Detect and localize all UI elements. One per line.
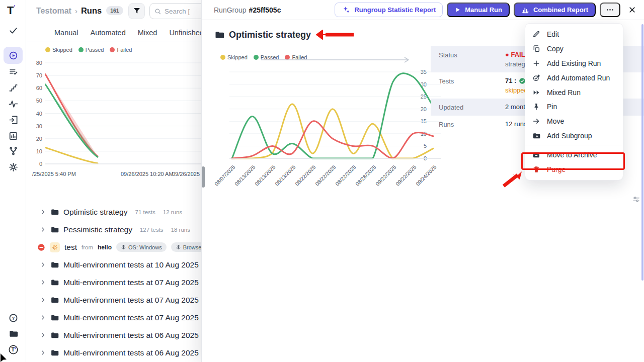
y-tick: 80 [29,60,42,66]
menu-item-copy[interactable]: Copy [525,42,623,56]
left-chart-legend: SkippedPassedFailed [45,47,132,53]
svg-text:T: T [11,346,15,352]
sidebar-help-icon[interactable]: ? [4,310,23,325]
chevron-right-icon[interactable] [40,209,46,215]
app-root: T' ?T Testomat›Runs161 Search [ ✕ Manual… [0,0,644,362]
runs-count-badge: 161 [106,6,123,15]
legend-skipped: Skipped [45,47,72,53]
folder-icon [50,348,59,357]
x-tick-label: 08/13/2025 [254,164,277,187]
legend-dot [45,47,50,52]
x-tick-label: 08/13/2025 [233,164,257,187]
menu-item-edit[interactable]: Edit [525,27,623,42]
chevron-right-icon[interactable] [40,315,46,320]
group-heading: Optimistic strategy [214,29,355,40]
x-tick-label: 08/22/2025 [314,164,337,187]
folder-icon [214,30,224,40]
env-badge: OS: Windows [116,242,167,252]
failed-status-icon [37,243,45,251]
y-tick: 50 [29,98,42,104]
chevron-right-icon[interactable] [40,297,46,303]
legend-dot [78,47,84,52]
menu-item-mixed-run[interactable]: Mixed Run [525,85,623,100]
filter-button[interactable] [128,3,145,19]
x-tick-label: 09/26/2025 10:20 AM [121,171,174,177]
sidebar-play-circle-icon[interactable] [4,47,23,64]
x-tick-label: 08/22/2025 [294,164,317,187]
menu-item-pin[interactable]: Pin [525,100,623,114]
tab-mixed[interactable]: Mixed [138,29,157,37]
folder-icon [50,331,59,339]
close-modal-icon[interactable] [628,6,636,14]
folder-icon [50,260,59,269]
sidebar-pulse-icon[interactable] [4,96,23,111]
ellipsis-icon [606,6,614,14]
group-meta: 127 tests [140,227,164,233]
folder-plus-icon [532,132,540,140]
menu-item-add-existing-run[interactable]: Add Existing Run [525,56,623,71]
sidebar-import-icon[interactable] [4,112,23,127]
manual-run-button[interactable]: Manual Run [447,3,510,17]
sidebar-chart-box-icon[interactable] [4,128,23,143]
chevron-right-icon[interactable] [40,350,46,355]
folder-icon [50,278,59,287]
x-tick-label: 08/22/2025 [334,164,357,187]
breadcrumb-separator: › [75,7,77,15]
menu-item-add-automated-run[interactable]: Add Automated Run [525,70,623,85]
modal-title: RunGroup#25ff505c [214,6,281,14]
more-actions-button[interactable] [600,3,620,17]
chevron-right-icon[interactable] [40,262,46,267]
y-tick: 20 [29,136,42,142]
group-meta: 71 tests [135,209,155,215]
menu-item-add-subgroup[interactable]: Add Subgroup [525,129,623,143]
from-label: from [82,244,93,250]
x-tick-label: 08/28/2025 [354,164,377,187]
tab-unfinished[interactable]: Unfinished [169,29,204,37]
breadcrumb-app[interactable]: Testomat [36,7,71,15]
pin-icon [532,103,540,111]
scroll-right-arrow-icon[interactable] [261,56,412,63]
chevron-right-icon[interactable] [40,227,46,232]
sidebar-folder-icon[interactable] [4,326,23,341]
rungroup-id: #25ff505c [249,6,281,14]
group-trend-chart [229,68,441,161]
view-settings-icon[interactable] [632,195,640,204]
breadcrumb-current: Runs [81,6,102,15]
group-meta: 18 runs [171,227,190,233]
run-name: test [64,243,77,252]
runs-tabs: ManualAutomatedMixedUnfinished G [26,24,201,41]
tab-automated[interactable]: Automated [91,29,126,37]
sidebar-gear-icon[interactable] [4,159,23,174]
legend-dot [110,47,115,52]
icon-sidebar: T' ?T [0,0,26,362]
testomat-logo[interactable]: T' [7,4,15,17]
bar-chart-icon [521,6,529,14]
sidebar-check-icon[interactable] [4,23,23,38]
arrow-right-icon [532,117,540,125]
tests-count: 71 : [505,77,516,84]
page-scrollbar-thumb[interactable] [202,166,205,188]
flaky-burst-icon [50,242,60,252]
x-tick-label: 08/13/2025 [274,164,297,187]
plus-icon [532,59,540,67]
folder-icon [50,225,59,234]
modal-scrollbar[interactable] [641,24,643,281]
menu-item-move[interactable]: Move [525,114,623,129]
sparkles-icon [342,6,350,14]
status-label: Runs [439,120,505,128]
combined-report-button[interactable]: Combined Report [514,3,596,17]
sidebar-branch-icon[interactable] [4,143,23,158]
tab-manual[interactable]: Manual [54,29,78,37]
runs-trend-chart [45,59,202,166]
group-name: Multi-environment tests at 07 Aug 2025 1… [63,278,220,287]
group-name: Multi-environment tests at 07 Aug 2025 1… [63,296,220,305]
group-heading-text: Optimistic strategy [229,30,311,40]
folder-icon [50,208,59,216]
fast-forward-icon [532,88,540,97]
sidebar-stairs-icon[interactable] [4,80,23,95]
sidebar-list-check-icon[interactable] [4,64,23,79]
chevron-right-icon[interactable] [40,332,46,338]
chevron-right-icon[interactable] [40,280,46,285]
rungroup-statistic-report-button[interactable]: Rungroup Statistic Report [335,3,443,17]
bottom-fade [202,349,643,362]
